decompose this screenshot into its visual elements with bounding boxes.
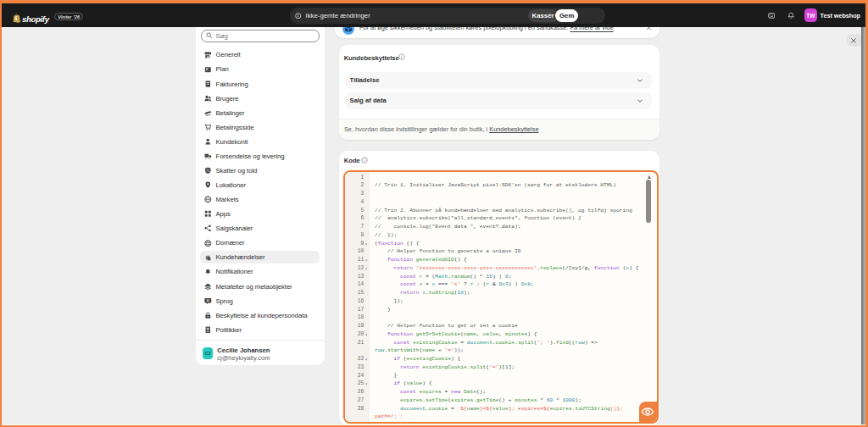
svg-text:A: A — [207, 298, 209, 302]
